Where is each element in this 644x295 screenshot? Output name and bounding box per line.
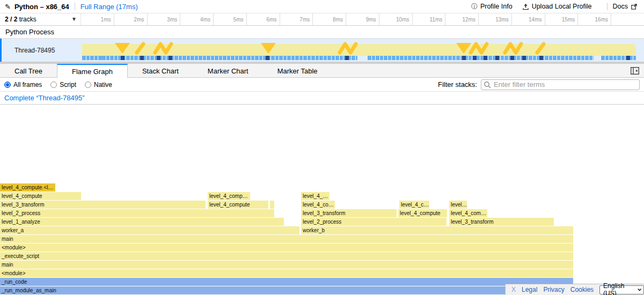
sample-cluster-mark xyxy=(121,56,125,60)
activity-spike xyxy=(340,44,356,53)
flame-box-_run_module_as_main[interactable]: _run_module_as_main xyxy=(0,286,573,294)
sample-cluster-mark xyxy=(473,56,477,60)
sample-density-strip[interactable] xyxy=(82,56,636,60)
divider xyxy=(75,3,75,10)
radio-script[interactable]: Script xyxy=(50,81,76,88)
radio-label: All frames xyxy=(13,81,42,88)
search-icon xyxy=(484,81,491,88)
tracks-count: 2 / 2 xyxy=(5,16,17,23)
footer-links: XLegalPrivacyCookies xyxy=(511,286,594,293)
track-python-process[interactable]: Python Process xyxy=(0,26,644,39)
radio-selected-icon[interactable] xyxy=(4,82,11,88)
flame-graph-canvas[interactable]: level_4_compute.<l…level_4_computelevel_… xyxy=(0,105,644,295)
breadcrumb[interactable]: Complete “Thread-78495” xyxy=(4,94,85,102)
info-icon: ⓘ xyxy=(471,2,478,11)
flame-box-main[interactable]: main xyxy=(0,235,573,243)
radio-label: Script xyxy=(60,81,76,88)
ruler-tick: 15ms xyxy=(545,13,579,25)
divider xyxy=(607,3,608,10)
panel-tabbar: Call TreeFlame GraphStack ChartMarker Ch… xyxy=(0,64,644,78)
radio-icon[interactable] xyxy=(85,82,91,88)
ruler-tick: 11ms xyxy=(413,13,446,25)
docs-label: Docs xyxy=(613,3,628,10)
flame-box-level_4_comp[interactable]: level_4_comp… xyxy=(208,192,250,200)
footer-link-privacy[interactable]: Privacy xyxy=(543,286,564,293)
sample-cluster-mark xyxy=(484,56,487,60)
flame-box-main[interactable]: main xyxy=(0,261,573,269)
profile-info-button[interactable]: ⓘ Profile Info xyxy=(471,2,513,11)
upload-profile-button[interactable]: Upload Local Profile xyxy=(522,3,592,10)
sample-cluster-mark xyxy=(266,56,269,60)
profile-info-label: Profile Info xyxy=(480,3,513,10)
flame-box-_execute_script[interactable]: _execute_script xyxy=(0,252,573,260)
tracks-word: tracks xyxy=(19,16,36,23)
radio-native[interactable]: Native xyxy=(85,81,112,88)
flame-box-level_4_[interactable]: level_4_… xyxy=(301,192,330,200)
activity-spike xyxy=(261,43,276,54)
flame-box-worker_a[interactable]: worker_a xyxy=(0,226,299,234)
edit-profile-name-icon[interactable]: ✎ xyxy=(5,3,11,11)
radio-all-frames[interactable]: All frames xyxy=(4,81,42,88)
timeline-ruler-row: 2 / 2 tracks ▼ 1ms2ms3ms4ms5ms6ms7ms8ms9… xyxy=(0,13,644,26)
tab-flame-graph[interactable]: Flame Graph xyxy=(57,64,128,78)
flame-box-level_4_co[interactable]: level_4_co… xyxy=(301,201,335,209)
external-link-icon xyxy=(631,3,638,10)
language-select[interactable]: English (US) xyxy=(599,285,644,294)
flame-box-level_4_compute[interactable]: level_4_compute xyxy=(398,209,447,217)
tracks-dropdown[interactable]: 2 / 2 tracks ▼ xyxy=(0,13,80,25)
tab-marker-table[interactable]: Marker Table xyxy=(263,64,332,77)
full-range-button[interactable]: Full Range (17ms) xyxy=(80,3,138,11)
flame-box-_run_code[interactable]: _run_code xyxy=(0,278,573,286)
radio-icon[interactable] xyxy=(50,82,57,88)
filter-stacks-input[interactable] xyxy=(481,79,640,90)
flame-box-level_2_process[interactable]: level_2_process xyxy=(0,209,274,217)
footer-link-x[interactable]: X xyxy=(511,286,516,293)
flame-box-level_4_com[interactable]: level_4_com… xyxy=(449,209,487,217)
time-ruler: 1ms2ms3ms4ms5ms6ms7ms8ms9ms10ms11ms12ms1… xyxy=(80,13,644,25)
ruler-tick: 8ms xyxy=(313,13,346,25)
footer-link-legal[interactable]: Legal xyxy=(522,286,537,293)
chevron-down-icon[interactable]: ▼ xyxy=(71,16,77,22)
flame-box-module[interactable]: <module> xyxy=(0,269,573,277)
ruler-tick: 3ms xyxy=(148,13,181,25)
sample-cluster-mark xyxy=(510,56,514,60)
flame-box-level_4_compute-l[interactable]: level_4_compute.<l… xyxy=(0,183,55,191)
tab-marker-chart[interactable]: Marker Chart xyxy=(193,64,263,77)
open-sidebar-icon[interactable] xyxy=(631,67,639,75)
ruler-tick: 9ms xyxy=(346,13,379,25)
thread-track-label: Thread-78495 xyxy=(14,47,55,54)
flame-box-level_2_process[interactable]: level_2_process xyxy=(301,218,447,226)
flame-box-module[interactable]: <module> xyxy=(0,244,573,252)
flame-box-level[interactable]: level… xyxy=(449,201,467,209)
ruler-tick: 10ms xyxy=(379,13,413,25)
flame-box-worker_b[interactable]: worker_b xyxy=(301,226,573,234)
flame-box-level_3_transform[interactable]: level_3_transform xyxy=(449,218,554,226)
tab-call-tree[interactable]: Call Tree xyxy=(0,64,57,77)
activity-spike xyxy=(155,44,171,53)
sample-cluster-mark xyxy=(169,56,172,60)
ruler-tick: 13ms xyxy=(479,13,512,25)
footer-link-cookies[interactable]: Cookies xyxy=(570,286,594,293)
filter-stacks-label: Filter stacks: xyxy=(438,80,477,88)
sample-cluster-mark xyxy=(157,56,160,60)
tab-stack-chart[interactable]: Stack Chart xyxy=(128,64,193,77)
ruler-tick: 2ms xyxy=(114,13,148,25)
language-value: English (US) xyxy=(603,282,630,295)
flame-box-level_3_transform[interactable]: level_3_transform xyxy=(0,201,206,209)
flame-box-level_4_compute[interactable]: level_4_compute xyxy=(208,201,268,209)
flame-box-level_3_transform[interactable]: level_3_transform xyxy=(301,209,397,217)
flame-box-level_4_compute[interactable]: level_4_compute xyxy=(0,192,81,200)
ruler-tick: 5ms xyxy=(214,13,247,25)
docs-link[interactable]: Docs xyxy=(613,3,638,10)
sample-cluster-mark xyxy=(140,56,144,60)
flame-box[interactable] xyxy=(270,201,274,209)
activity-spike xyxy=(471,44,487,53)
activity-spike xyxy=(537,44,544,53)
track-thread-78495[interactable]: Thread-78495 xyxy=(0,39,644,62)
flame-box-level_1_analyze[interactable]: level_1_analyze xyxy=(0,218,284,226)
sample-cluster-mark xyxy=(345,56,349,60)
ruler-tick: 7ms xyxy=(280,13,313,25)
sample-cluster-mark xyxy=(626,56,630,60)
cpu-spike-graph xyxy=(82,39,636,56)
flame-box-level_4_c[interactable]: level_4_c… xyxy=(399,201,429,209)
